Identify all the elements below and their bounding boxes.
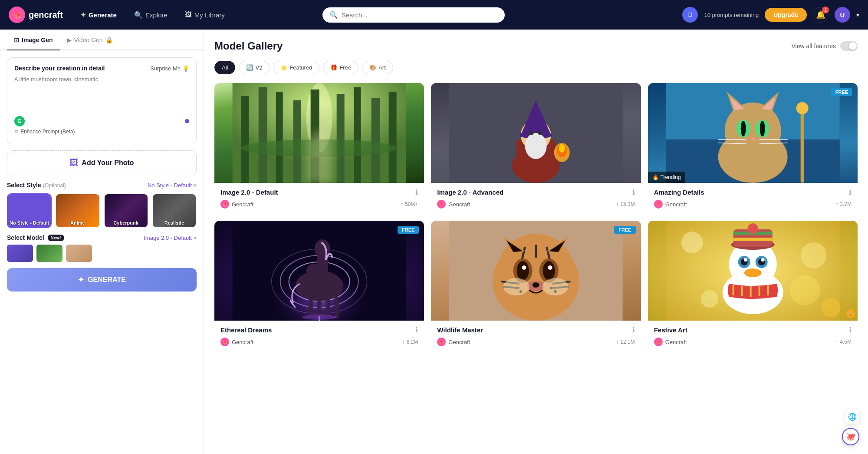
- enhance-label: Enhance Prompt (Beta): [20, 129, 75, 135]
- card-4-count-val: 8.2M: [407, 339, 418, 345]
- filter-free[interactable]: 🎁 Free: [323, 61, 358, 74]
- avatar-button[interactable]: U: [835, 7, 850, 23]
- svg-rect-42: [800, 109, 804, 183]
- style-item-realistic[interactable]: Realistic: [152, 193, 197, 228]
- filter-v2[interactable]: 🔄 V2: [239, 61, 270, 74]
- count-icon-6: ↑: [835, 339, 838, 345]
- card-2-info-icon[interactable]: ℹ: [632, 188, 635, 196]
- svg-rect-2: [241, 96, 249, 183]
- card-1-count-val: 50M+: [405, 201, 418, 207]
- svg-rect-55: [326, 297, 330, 316]
- enhance-prompt-button[interactable]: ≡ Enhance Prompt (Beta): [14, 126, 189, 137]
- card-3-info-icon[interactable]: ℹ: [849, 188, 852, 196]
- count-icon: ↑: [401, 201, 403, 207]
- card-4-image: [214, 221, 424, 321]
- svg-point-78: [503, 278, 529, 295]
- card-5-count: ↑ 12.1M: [616, 339, 635, 345]
- card-5-info-icon[interactable]: ℹ: [632, 326, 635, 334]
- card-1-image: [214, 83, 424, 183]
- card-6-author-name: Gencraft: [665, 339, 687, 345]
- model-thumbnails: [7, 245, 197, 262]
- card-3-meta: 🐙 Gencraft ↑ 3.7M: [654, 200, 852, 209]
- prompts-remaining: 10 prompts remaining: [704, 12, 759, 18]
- prompt-textarea[interactable]: [14, 76, 189, 111]
- model-title-area: Select Model New!: [7, 234, 64, 241]
- chevron-down-icon[interactable]: ▾: [856, 11, 859, 18]
- logo[interactable]: 🐙 gencraft: [9, 7, 63, 23]
- svg-point-18: [525, 133, 547, 159]
- describe-header: Describe your creation in detail Surpris…: [14, 65, 189, 72]
- model-thumb-2[interactable]: [36, 245, 62, 262]
- svg-rect-10: [389, 92, 397, 183]
- tab-video-gen-label: Video Gen: [74, 36, 103, 43]
- filter-all[interactable]: All: [214, 61, 235, 74]
- translate-button[interactable]: 🌐: [845, 410, 859, 424]
- tab-image-gen[interactable]: ⊡ Image Gen: [7, 30, 60, 50]
- style-item-default[interactable]: No Style - Default: [7, 193, 52, 228]
- style-link[interactable]: No Style - Default >: [148, 182, 197, 189]
- card-1-title-row: Image 2.0 - Default ℹ: [220, 188, 418, 196]
- model-link[interactable]: Image 2.0 - Default >: [144, 235, 197, 241]
- filter-featured[interactable]: ⭐ Featured: [273, 61, 319, 74]
- svg-point-97: [743, 258, 747, 262]
- svg-rect-9: [372, 98, 380, 183]
- discord-button[interactable]: D: [682, 7, 698, 23]
- forest-svg: [214, 83, 424, 183]
- describe-section: Describe your creation in detail Surpris…: [7, 57, 197, 144]
- chat-button[interactable]: 🐙: [842, 428, 859, 445]
- card-6-count: ↑ 4.5M: [835, 339, 852, 345]
- filter-featured-label: Featured: [289, 64, 312, 71]
- style-cyberpunk-label: Cyberpunk: [106, 220, 146, 225]
- gallery-card-1[interactable]: Image 2.0 - Default ℹ 🐙 Gencraft ↑ 50M+: [214, 83, 424, 214]
- count-icon-5: ↑: [616, 339, 618, 345]
- card-4-info-icon[interactable]: ℹ: [415, 326, 418, 334]
- gallery-card-5[interactable]: FREE Wildlife Master ℹ 🐙 Gencraft ↑: [431, 221, 641, 351]
- avatar-letter: U: [840, 11, 845, 19]
- card-1-meta: 🐙 Gencraft ↑ 50M+: [220, 200, 418, 209]
- card-3-author: 🐙 Gencraft: [654, 200, 687, 209]
- model-thumb-3[interactable]: [66, 245, 92, 262]
- gallery-card-4[interactable]: FREE Ethereal Dreams ℹ 🐙 Gencraft ↑: [214, 221, 424, 351]
- nav-explore[interactable]: 🔍 Explore: [130, 8, 172, 22]
- style-item-cyberpunk[interactable]: Cyberpunk: [104, 193, 148, 228]
- model-thumb-1[interactable]: [7, 245, 33, 262]
- style-item-anime[interactable]: Anime: [55, 193, 100, 228]
- card-6-count-val: 4.5M: [840, 339, 852, 345]
- filter-art[interactable]: 🎨 Art: [362, 61, 393, 74]
- dot-indicator: [185, 119, 189, 123]
- card-6-meta: 🐙 Gencraft ↑ 4.5M: [654, 338, 852, 346]
- card-3-image: [648, 83, 858, 183]
- add-photo-section[interactable]: 🖼 Add Your Photo: [7, 150, 197, 175]
- nav-generate[interactable]: ✦ Generate: [76, 8, 121, 22]
- card-4-meta: 🐙 Gencraft ↑ 8.2M: [220, 338, 418, 346]
- card-3-avatar: 🐙: [654, 200, 663, 209]
- gallery-card-2[interactable]: Image 2.0 - Advanced ℹ 🐙 Gencraft ↑ 15.3…: [431, 83, 641, 214]
- generate-button[interactable]: ✦ GENERATE: [7, 268, 197, 292]
- chat-icon: 🐙: [846, 432, 855, 441]
- search-input[interactable]: [342, 11, 498, 19]
- card-2-title: Image 2.0 - Advanced: [437, 189, 503, 196]
- main-content: Model Gallery View all features All 🔄 V2…: [204, 30, 868, 454]
- card-3-count-val: 3.7M: [840, 201, 852, 207]
- svg-point-36: [760, 121, 765, 136]
- sidebar-content: Describe your creation in detail Surpris…: [0, 50, 204, 454]
- card-5-image: [431, 221, 641, 321]
- tab-video-gen[interactable]: ▶ Video Gen 🔒: [60, 30, 120, 50]
- card-2-image: [431, 83, 641, 183]
- nav-library[interactable]: 🖼 My Library: [181, 8, 229, 21]
- wizard-svg: [431, 83, 641, 183]
- style-title-area: Select Style (Optional): [7, 181, 66, 189]
- card-6-info-icon[interactable]: ℹ: [849, 326, 852, 334]
- upgrade-button[interactable]: Upgrade: [765, 8, 807, 22]
- surprise-me-button[interactable]: Surprise Me 💡: [150, 65, 189, 72]
- gallery-card-6[interactable]: 🔒 Festive Art ℹ 🐙 Gencraft ↑: [648, 221, 858, 351]
- svg-point-69: [543, 261, 555, 280]
- notification-button[interactable]: 🔔 1: [813, 7, 829, 23]
- count-icon-2: ↑: [616, 201, 618, 207]
- describe-label: Describe your creation in detail: [14, 65, 105, 72]
- card-1-info-icon[interactable]: ℹ: [415, 188, 418, 196]
- translate-icon: 🌐: [848, 413, 857, 421]
- view-all-toggle[interactable]: [840, 41, 858, 51]
- gallery-card-3[interactable]: FREE 🔥 Trending Amazing Details ℹ 🐙: [648, 83, 858, 214]
- style-title: Select Style: [7, 182, 41, 189]
